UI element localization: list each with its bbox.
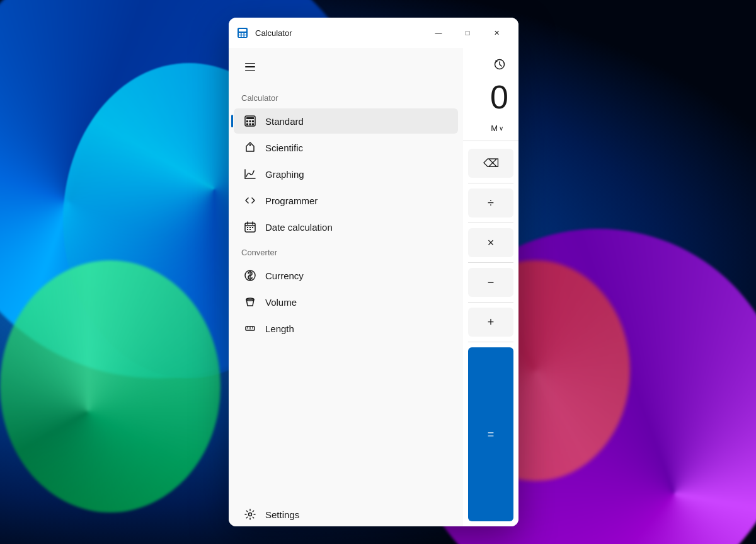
divider-4 [468,302,513,303]
display-number: 0 [473,81,508,113]
maximize-button[interactable]: □ [453,23,482,43]
nav-item-date-calculation[interactable]: Date calculation [234,214,458,240]
equals-button[interactable]: = [468,347,513,521]
svg-rect-9 [246,117,254,119]
divider-2 [468,223,513,223]
nav-item-currency[interactable]: Currency [234,263,458,288]
divider-top [463,141,518,141]
svg-rect-7 [244,35,246,37]
calculator-section-label: Calculator [229,86,463,108]
content-area: Calculator Standard [229,48,518,526]
standard-icon [244,115,256,127]
window-controls: — □ ✕ [424,23,511,43]
currency-label: Currency [265,270,304,281]
svg-rect-21 [247,229,248,230]
nav-item-volume[interactable]: Volume [234,289,458,315]
scientific-icon [244,141,256,154]
minimize-button[interactable]: — [424,23,453,43]
svg-rect-13 [246,124,248,125]
svg-point-26 [249,513,252,516]
hamburger-button[interactable] [239,55,261,78]
calculator-panel: 0 M ∨ ⌫ ÷ [463,48,518,526]
standard-label: Standard [265,116,304,127]
nav-item-settings[interactable]: Settings [234,502,458,526]
nav-item-length[interactable]: Length [234,316,458,341]
divider-3 [468,262,513,263]
scientific-label: Scientific [265,142,303,153]
hamburger-line-2 [245,66,255,67]
date-calculation-icon [244,221,256,233]
btn-row-add: + [468,308,513,337]
programmer-label: Programmer [265,195,318,206]
converter-section-label: Converter [229,240,463,262]
btn-row-multiply: × [468,228,513,257]
currency-icon [244,269,256,282]
svg-rect-15 [252,124,254,125]
svg-rect-11 [249,120,251,122]
svg-rect-2 [239,33,241,35]
subtract-button[interactable]: − [468,268,513,297]
nav-spacer [229,342,463,502]
settings-label: Settings [265,509,299,520]
memory-button[interactable]: M ∨ [486,121,508,136]
bg-decoration-4 [0,260,220,512]
volume-icon [244,296,256,308]
svg-rect-1 [239,29,246,32]
hamburger-line-1 [245,63,255,64]
svg-rect-20 [252,227,253,228]
history-area [463,48,518,81]
svg-rect-5 [239,35,241,37]
hamburger-line-3 [245,70,255,71]
nav-item-standard[interactable]: Standard [234,108,458,134]
divider-5 [468,342,513,342]
title-bar-left: Calculator [236,26,424,39]
svg-rect-14 [249,124,251,125]
multiply-button[interactable]: × [468,228,513,257]
btn-row-equals: = [468,347,513,521]
svg-point-16 [249,144,251,146]
svg-rect-10 [246,120,248,122]
programmer-icon [244,194,256,207]
svg-rect-19 [249,227,251,228]
svg-rect-12 [252,120,254,122]
calculator-window: Calculator — □ ✕ [229,18,518,526]
divider-1 [468,183,513,183]
calculator-app-icon [236,26,249,39]
nav-header [229,48,463,86]
svg-rect-18 [247,227,248,228]
nav-panel: Calculator Standard [229,48,463,526]
btn-row-divide: ÷ [468,188,513,217]
nav-item-graphing[interactable]: Graphing [234,161,458,187]
title-bar: Calculator — □ ✕ [229,18,518,48]
nav-item-programmer[interactable]: Programmer [234,188,458,213]
graphing-icon [244,168,256,180]
add-button[interactable]: + [468,308,513,337]
display-area: 0 [463,81,518,119]
btn-row-top: ⌫ [468,149,513,178]
nav-item-scientific[interactable]: Scientific [234,135,458,160]
history-button[interactable] [488,53,511,76]
memory-arrow: ∨ [499,125,503,132]
settings-icon [244,508,256,521]
buttons-area: ⌫ ÷ × − [463,144,518,526]
window-title: Calculator [255,28,292,38]
close-button[interactable]: ✕ [482,23,511,43]
date-calculation-label: Date calculation [265,222,333,233]
memory-row: M ∨ [463,119,518,138]
svg-rect-3 [242,33,244,35]
backspace-button[interactable]: ⌫ [468,149,513,178]
divide-button[interactable]: ÷ [468,188,513,217]
volume-label: Volume [265,297,297,308]
memory-label: M [491,124,498,133]
length-label: Length [265,323,294,334]
svg-rect-22 [249,229,251,230]
svg-rect-4 [244,33,246,35]
length-icon [244,322,256,335]
graphing-label: Graphing [265,169,304,180]
btn-row-subtract: − [468,268,513,297]
svg-rect-6 [242,35,244,37]
